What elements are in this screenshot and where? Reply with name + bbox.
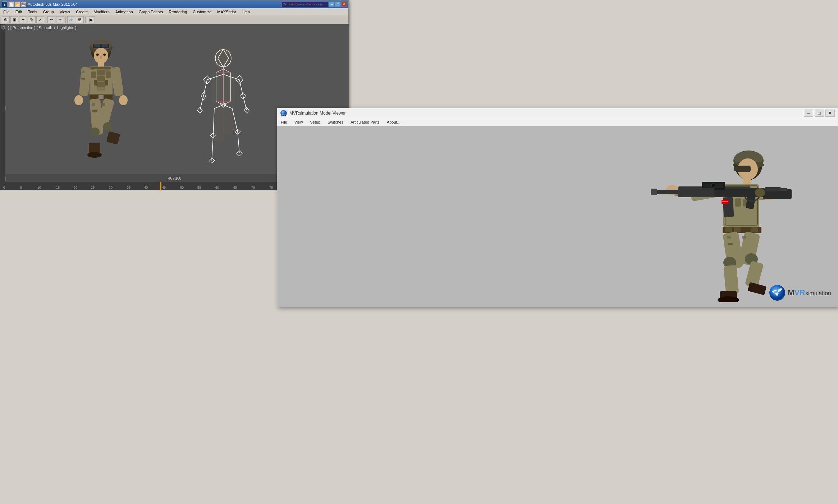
svg-rect-142: [722, 201, 728, 202]
menu-help[interactable]: Help: [240, 9, 251, 15]
tick-75: 75: [269, 186, 273, 189]
max-menubar: File Edit Tools Group Views Create Modif…: [0, 8, 348, 15]
toolbar-move[interactable]: ✛: [19, 16, 27, 23]
menu-rendering[interactable]: Rendering: [168, 9, 189, 15]
mvr-close-button[interactable]: ✕: [825, 110, 835, 117]
tick-45: 45: [162, 186, 166, 189]
svg-rect-29: [82, 70, 84, 73]
svg-rect-117: [765, 187, 781, 191]
svg-rect-126: [678, 188, 714, 197]
svg-rect-129: [727, 236, 731, 239]
left-tools: [0, 24, 5, 184]
toolbar-undo[interactable]: ↩: [47, 16, 55, 23]
mvr-maximize-button[interactable]: □: [815, 110, 824, 117]
tick-5: 5: [20, 186, 22, 189]
mvr-menu-articulated-parts[interactable]: Articulated Parts: [349, 119, 381, 125]
tick-50: 50: [180, 186, 184, 189]
close-button[interactable]: ✕: [341, 2, 347, 7]
svg-rect-27: [97, 82, 105, 87]
tick-65: 65: [233, 186, 237, 189]
tick-25: 25: [91, 186, 95, 189]
frame-display: 46 / 100: [168, 176, 181, 180]
open-btn[interactable]: 📂: [14, 1, 20, 7]
svg-rect-49: [223, 106, 233, 135]
svg-rect-32: [111, 67, 124, 97]
menu-create[interactable]: Create: [74, 9, 89, 15]
brand-vr: VR: [794, 288, 805, 297]
svg-point-9: [96, 54, 99, 56]
save-btn[interactable]: 💾: [20, 1, 26, 7]
mvr-brand: MVRsimulation: [768, 284, 831, 302]
mvr-soldier-aiming: [623, 137, 802, 302]
toolbar-select[interactable]: ⊕: [2, 16, 10, 23]
toolbar-link[interactable]: 🔗: [67, 16, 75, 23]
menu-group[interactable]: Group: [41, 9, 55, 15]
toolbar-render[interactable]: ▶: [87, 16, 95, 23]
svg-rect-136: [742, 236, 746, 239]
svg-point-39: [90, 128, 100, 136]
svg-point-46: [213, 47, 233, 69]
max-titlebar: 3 📄 📂 💾 Autodesk 3ds Max 2011 x64 ─ □ ✕: [0, 0, 348, 8]
mvr-menu-setup[interactable]: Setup: [308, 119, 322, 125]
menu-animation[interactable]: Animation: [114, 9, 134, 15]
svg-rect-141: [722, 200, 728, 204]
menu-edit[interactable]: Edit: [14, 9, 24, 15]
mvr-menubar: File View Setup Switches Articulated Par…: [277, 118, 838, 126]
mvr-window: MVRsimulation Model Viewer ─ □ ✕ File Vi…: [277, 108, 838, 307]
playhead: [160, 182, 161, 190]
tick-55: 55: [197, 186, 201, 189]
svg-line-63: [238, 132, 239, 153]
toolbar-select-region[interactable]: ▣: [10, 16, 18, 23]
command-search[interactable]: [281, 1, 328, 7]
svg-rect-6: [94, 44, 100, 47]
soldier-skeleton: [187, 38, 259, 184]
svg-point-31: [74, 95, 83, 105]
menu-maxscript[interactable]: MAXScript: [216, 9, 237, 15]
tick-70: 70: [251, 186, 255, 189]
maximize-button[interactable]: □: [335, 2, 341, 7]
svg-point-82: [280, 110, 287, 116]
viewport-label: [ + ] [ Perspective ] [ Smooth + Highlig…: [3, 26, 76, 30]
svg-rect-20: [91, 71, 96, 78]
svg-point-8: [94, 48, 108, 64]
svg-line-61: [212, 135, 213, 161]
tick-30: 30: [109, 186, 113, 189]
mvr-menu-switches[interactable]: Switches: [326, 119, 345, 125]
mvr-title-text: MVRsimulation Model Viewer: [289, 111, 346, 116]
toolbar-unlink[interactable]: ⛓: [76, 16, 84, 23]
svg-point-10: [103, 54, 106, 56]
svg-rect-139: [747, 282, 766, 295]
menu-graph-editors[interactable]: Graph Editors: [137, 9, 165, 15]
tick-10: 10: [37, 186, 41, 189]
mvr-menu-file[interactable]: File: [279, 119, 289, 125]
svg-point-11: [100, 56, 102, 59]
mvr-minimize-button[interactable]: ─: [804, 110, 813, 117]
new-btn[interactable]: 📄: [8, 1, 14, 7]
brand-m: M: [788, 288, 794, 297]
toolbar-redo[interactable]: ↪: [56, 16, 64, 23]
mvr-menu-about[interactable]: About...: [385, 119, 402, 125]
svg-rect-25: [97, 70, 105, 75]
svg-rect-109: [751, 227, 758, 232]
menu-tools[interactable]: Tools: [27, 9, 39, 15]
mvr-titlebar-left: MVRsimulation Model Viewer: [280, 110, 346, 117]
tick-20: 20: [74, 186, 77, 189]
menu-modifiers[interactable]: Modifiers: [92, 9, 111, 15]
toolbar-rotate[interactable]: ↻: [28, 16, 36, 23]
svg-rect-104: [735, 199, 741, 207]
mvr-brand-logo-icon: [768, 284, 786, 302]
menu-file[interactable]: File: [2, 9, 11, 15]
tick-0: 0: [3, 186, 5, 189]
svg-rect-21: [106, 71, 111, 78]
svg-point-143: [755, 188, 765, 197]
mvr-menu-view[interactable]: View: [293, 119, 304, 125]
svg-rect-132: [724, 265, 739, 295]
menu-views[interactable]: Views: [58, 9, 72, 15]
svg-rect-108: [734, 227, 741, 232]
max-title-text: Autodesk 3ds Max 2011 x64: [28, 2, 78, 6]
toolbar-sep-2: [65, 17, 66, 23]
toolbar-scale[interactable]: ⤢: [36, 16, 44, 23]
minimize-button[interactable]: ─: [329, 2, 335, 7]
menu-customize[interactable]: Customize: [191, 9, 213, 15]
max-titlebar-left: 3 📄 📂 💾 Autodesk 3ds Max 2011 x64: [2, 1, 78, 7]
